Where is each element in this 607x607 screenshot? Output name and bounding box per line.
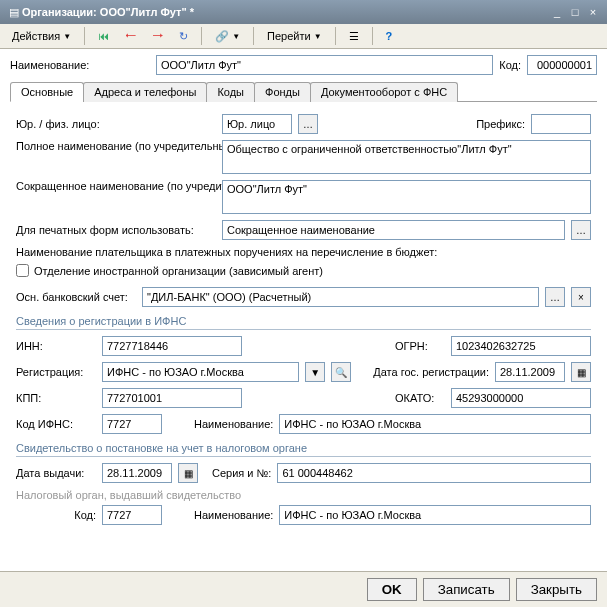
link-button[interactable]: 🔗▼ [209,28,246,45]
tab-main[interactable]: Основные [10,82,84,102]
ifnsname-input[interactable] [279,414,591,434]
help-icon: ? [386,30,393,42]
titlebar: ▤ Организации: ООО"Литл Фут" * _ □ × [0,0,607,24]
actions-menu[interactable]: Действия▼ [6,28,77,44]
kpp-label: КПП: [16,392,96,404]
nav-next-button[interactable]: ⭢ [146,28,169,44]
calendar-icon: ▦ [577,367,586,378]
close-button[interactable]: × [585,5,601,19]
ifnsname-label: Наименование: [194,418,273,430]
tab-funds[interactable]: Фонды [254,82,311,102]
nav-prev-icon: ⭠ [125,30,136,42]
foreign-org-label: Отделение иностранной организации (завис… [34,265,323,277]
regdate-calendar-button[interactable]: ▦ [571,362,591,382]
certcode-label: Код: [16,509,96,521]
name-input[interactable] [156,55,493,75]
shortname-input[interactable]: ООО"Литл Фут" [222,180,591,214]
nav-first-icon: ⏮ [98,30,109,42]
ogrn-label: ОГРН: [395,340,445,352]
cert-group-title: Свидетельство о постановке на учет в нал… [16,442,591,457]
person-type-select-button[interactable]: … [298,114,318,134]
prefix-input[interactable] [531,114,591,134]
certdate-input[interactable] [102,463,172,483]
certserial-label: Серия и №: [212,467,271,479]
list-button[interactable]: ☰ [343,28,365,45]
reg-label: Регистрация: [16,366,96,378]
code-input[interactable] [527,55,597,75]
certcode-input[interactable] [102,505,162,525]
inn-input[interactable] [102,336,242,356]
app-icon: ▤ [6,4,22,20]
ogrn-input[interactable] [451,336,591,356]
code-label: Код: [499,59,521,71]
ifnscode-label: Код ИФНС: [16,418,96,430]
nav-next-icon: ⭢ [152,30,163,42]
fullname-input[interactable]: Общество с ограниченной ответственностью… [222,140,591,174]
nav-last-icon: ↻ [179,30,188,43]
ifnscode-input[interactable] [102,414,162,434]
calendar-icon: ▦ [184,468,193,479]
nav-prev-button[interactable]: ⭠ [119,28,142,44]
goto-menu[interactable]: Перейти▼ [261,28,328,44]
bank-label: Осн. банковский счет: [16,291,136,303]
save-button[interactable]: Записать [423,578,510,601]
certname-label: Наименование: [194,509,273,521]
maximize-button[interactable]: □ [567,5,583,19]
tabs: Основные Адреса и телефоны Коды Фонды До… [10,81,597,102]
prefix-label: Префикс: [476,118,525,130]
search-icon: 🔍 [335,367,347,378]
certserial-input[interactable] [277,463,591,483]
minimize-button[interactable]: _ [549,5,565,19]
shortname-label: Сокращенное наименование (по учредительн… [16,180,216,192]
foreign-org-checkbox[interactable] [16,264,29,277]
certname-input[interactable] [279,505,591,525]
okato-input[interactable] [451,388,591,408]
cert-issuer-label: Налоговый орган, выдавший свидетельство [16,489,591,501]
nav-first-button[interactable]: ⏮ [92,28,115,44]
regdate-label: Дата гос. регистрации: [373,366,489,378]
certdate-calendar-button[interactable]: ▦ [178,463,198,483]
ifns-group-title: Сведения о регистрации в ИФНС [16,315,591,330]
close-window-button[interactable]: Закрыть [516,578,597,601]
list-icon: ☰ [349,30,359,43]
toolbar: Действия▼ ⏮ ⭠ ⭢ ↻ 🔗▼ Перейти▼ ☰ ? [0,24,607,49]
bank-clear-button[interactable]: × [571,287,591,307]
tab-fns[interactable]: Документооборот с ФНС [310,82,458,102]
inn-label: ИНН: [16,340,96,352]
certdate-label: Дата выдачи: [16,467,96,479]
payer-label: Наименование плательщика в платежных пор… [16,246,216,258]
ok-button[interactable]: OK [367,578,417,601]
printform-select-button[interactable]: … [571,220,591,240]
window-title: Организации: ООО"Литл Фут" * [22,6,547,18]
person-type-label: Юр. / физ. лицо: [16,118,216,130]
tab-addresses[interactable]: Адреса и телефоны [83,82,207,102]
fullname-label: Полное наименование (по учредительным до… [16,140,216,152]
reg-input[interactable] [102,362,299,382]
reg-dropdown-button[interactable]: ▼ [305,362,325,382]
name-label: Наименование: [10,59,150,71]
printform-input[interactable] [222,220,565,240]
kpp-input[interactable] [102,388,242,408]
regdate-input[interactable] [495,362,565,382]
printform-label: Для печатных форм использовать: [16,224,216,236]
reg-search-button[interactable]: 🔍 [331,362,351,382]
link-icon: 🔗 [215,30,229,43]
footer: OK Записать Закрыть [0,571,607,607]
help-button[interactable]: ? [380,28,399,44]
bank-select-button[interactable]: … [545,287,565,307]
bank-input[interactable] [142,287,539,307]
nav-last-button[interactable]: ↻ [173,28,194,45]
okato-label: ОКАТО: [395,392,445,404]
person-type-input[interactable] [222,114,292,134]
tab-codes[interactable]: Коды [206,82,255,102]
